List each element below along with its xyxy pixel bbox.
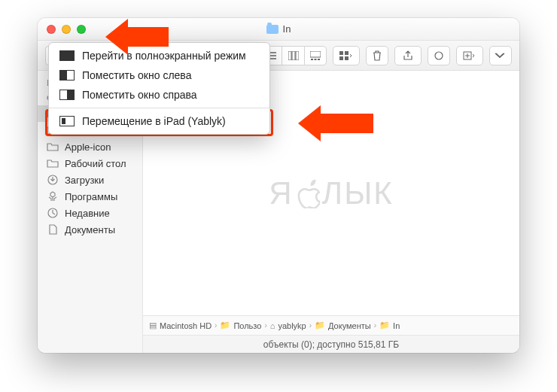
apps-icon (47, 190, 59, 202)
sidebar-item-downloads[interactable]: Загрузки (38, 172, 142, 188)
zoom-button[interactable] (77, 25, 86, 34)
window-title-text: In (283, 23, 291, 35)
download-icon (47, 174, 59, 186)
sidebar-item-desktop[interactable]: Рабочий стол (38, 155, 142, 172)
crumb-hd[interactable]: ▤Macintosh HD (149, 321, 212, 330)
folder-icon: 📁 (315, 321, 325, 330)
fullscreen-icon (59, 50, 75, 61)
sidebar-item-label: Apple-icon (65, 141, 111, 153)
docs-icon (47, 223, 59, 236)
chevron-icon: › (374, 321, 376, 330)
window-menu: Перейти в полноэкранный режим Поместить … (48, 42, 270, 135)
tags-button[interactable] (428, 46, 450, 65)
svg-rect-13 (318, 59, 320, 60)
apple-icon (295, 178, 321, 208)
svg-rect-10 (310, 51, 321, 57)
status-bar: объекты (0); доступно 515,81 ГБ (143, 335, 519, 353)
share-button[interactable] (394, 46, 422, 65)
chevron-icon: › (215, 321, 217, 330)
hd-icon: ▤ (149, 321, 157, 330)
status-text: объекты (0); доступно 515,81 ГБ (263, 339, 399, 350)
crumb-home[interactable]: ⌂yablykp (270, 321, 306, 330)
sidebar-item-label: Рабочий стол (65, 158, 126, 169)
menu-item-label: Перемещение в iPad (Yablyk) (82, 115, 226, 127)
chevron-icon: › (264, 321, 266, 330)
delete-button[interactable] (366, 46, 388, 65)
tile-left-icon (59, 70, 75, 81)
sidebar-item-label: Недавние (65, 208, 110, 219)
menu-item-label: Поместить окно слева (82, 69, 191, 81)
sidecar-icon (59, 116, 75, 126)
crumb-in[interactable]: 📁In (379, 321, 400, 330)
sidebar-item-documents[interactable]: Документы (38, 221, 142, 238)
svg-point-18 (435, 52, 443, 59)
chevron-icon: › (309, 321, 312, 330)
gallery-view-button[interactable] (304, 46, 327, 65)
crumb-docs[interactable]: 📁Документы (315, 321, 371, 330)
svg-rect-7 (288, 51, 291, 60)
svg-rect-14 (339, 51, 343, 55)
folder-icon (266, 25, 278, 34)
path-bar: ▤Macintosh HD › 📁Пользо › ⌂yablykp › 📁До… (143, 315, 519, 335)
recent-icon (47, 207, 59, 219)
tile-right-icon (59, 90, 75, 100)
close-button[interactable] (47, 25, 56, 34)
sidebar-item-label: Документы (65, 224, 115, 236)
folder-icon (47, 157, 59, 169)
svg-rect-15 (345, 51, 349, 55)
svg-rect-17 (345, 56, 349, 60)
annotation-arrow (105, 19, 169, 55)
sidebar-item-recent[interactable]: Недавние (38, 205, 142, 221)
sidebar-item-label: Программы (65, 191, 117, 202)
sidebar-item-label: Загрузки (65, 175, 104, 186)
menu-tile-right[interactable]: Поместить окно справа (49, 85, 269, 105)
annotation-arrow (298, 105, 373, 141)
svg-rect-8 (292, 51, 295, 60)
svg-rect-11 (311, 59, 313, 60)
sidebar-item-appleicon[interactable]: Apple-icon (38, 138, 142, 155)
svg-rect-9 (296, 51, 299, 60)
menu-tile-left[interactable]: Поместить окно слева (49, 65, 269, 85)
watermark-text: Я (269, 175, 293, 211)
action-button[interactable] (456, 46, 483, 65)
window-controls (47, 25, 86, 34)
menu-move-to-ipad[interactable]: Перемещение в iPad (Yablyk) (49, 111, 269, 131)
watermark: Я ЛЫК (269, 175, 394, 211)
overflow-button[interactable] (489, 46, 512, 65)
group-button[interactable] (333, 46, 360, 65)
column-view-button[interactable] (282, 46, 304, 65)
folder-icon: 📁 (220, 321, 230, 330)
home-icon: ⌂ (270, 321, 275, 330)
svg-rect-16 (339, 56, 343, 60)
menu-separator (49, 108, 269, 108)
watermark-text: ЛЫК (322, 175, 394, 211)
folder-icon: 📁 (379, 321, 390, 330)
svg-rect-12 (315, 59, 317, 60)
minimize-button[interactable] (62, 25, 71, 34)
crumb-users[interactable]: 📁Пользо (220, 321, 261, 330)
folder-icon (47, 141, 59, 153)
menu-item-label: Поместить окно справа (82, 89, 197, 101)
sidebar-item-apps[interactable]: Программы (38, 188, 142, 205)
